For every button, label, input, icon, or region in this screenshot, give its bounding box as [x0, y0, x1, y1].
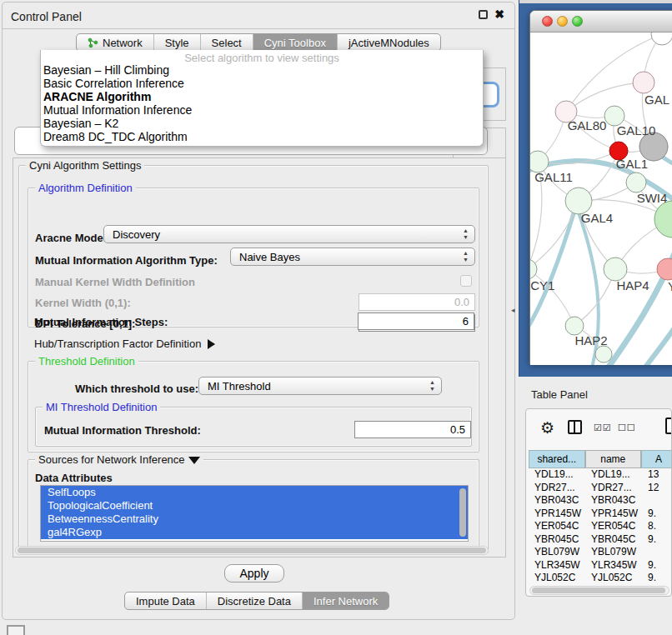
- table-hscrollbar[interactable]: [529, 586, 669, 595]
- cyni-settings-title: Cyni Algorithm Settings: [26, 159, 144, 172]
- tab-jactivemnodules-label: jActiveMNodules: [349, 37, 429, 49]
- node-y-pink[interactable]: [657, 258, 672, 280]
- data-attributes-list[interactable]: SelfLoopsTopologicalCoefficientBetweenne…: [40, 485, 469, 542]
- close-icon[interactable]: ✖: [494, 8, 504, 21]
- tab-style[interactable]: Style: [154, 34, 201, 51]
- node-label: HAP4: [616, 278, 649, 292]
- columns-icon[interactable]: [568, 420, 582, 434]
- table-cell: [642, 546, 672, 559]
- stepper-arrows-icon: ▲▼: [429, 379, 435, 392]
- table-cell: YJL052C: [585, 572, 642, 585]
- select-all-checkboxes-icon[interactable]: ☑☑: [594, 422, 612, 433]
- table-row[interactable]: YBR043CYBR043C: [529, 494, 672, 508]
- threshold-definition-group: Threshold Definition Which threshold to …: [28, 361, 479, 452]
- node-table: shared...nameA YDL19...YDL19...13YDR27..…: [529, 450, 672, 585]
- mi-steps-field[interactable]: 6: [358, 312, 474, 330]
- tab-impute-data[interactable]: Impute Data: [125, 592, 207, 609]
- control-panel-titlebar: Control Panel ✖: [3, 2, 514, 29]
- table-row[interactable]: YER054CYER054C8.: [529, 520, 672, 533]
- node-green-big[interactable]: [654, 201, 672, 238]
- dropdown-item[interactable]: Dream8 DC_TDC Algorithm: [41, 130, 483, 143]
- mi-threshold-field[interactable]: 0.5: [354, 421, 471, 438]
- network-window-titlebar[interactable]: [530, 11, 672, 32]
- manual-kernel-label: Manual Kernel Width Definition: [35, 276, 195, 288]
- network-edge[interactable]: [566, 82, 644, 112]
- table-column-header[interactable]: A: [641, 450, 672, 468]
- control-panel-tabs: Network Style Select Cyni Toolbox jActiv…: [76, 33, 441, 52]
- dropdown-item[interactable]: Bayesian – Hill Climbing: [41, 63, 483, 77]
- table-row[interactable]: YDL19...YDL19...13: [529, 468, 672, 482]
- table-cell: YBR043C: [585, 494, 642, 508]
- node-bottom-partial[interactable]: [595, 346, 612, 362]
- table-row[interactable]: YBL079WYBL079W: [529, 546, 672, 559]
- hub-definition-toggle[interactable]: Hub/Transcription Factor Definition: [34, 338, 215, 350]
- minimized-panel-icon[interactable]: [7, 625, 25, 635]
- tab-cyni-toolbox[interactable]: Cyni Toolbox: [253, 34, 338, 51]
- mi-threshold-definition-title: MI Threshold Definition: [43, 401, 160, 413]
- deselect-all-checkboxes-icon[interactable]: ☐☐: [618, 422, 636, 433]
- float-panel-icon[interactable]: [479, 10, 488, 19]
- stepper-arrows-icon: ▲▼: [463, 228, 469, 241]
- table-cell: YBR045C: [529, 533, 585, 547]
- list-scrollbar-thumb[interactable]: [459, 488, 466, 537]
- zoom-window-icon[interactable]: [572, 16, 583, 27]
- table-cell: YDR27...: [529, 482, 585, 495]
- table-cell: YLR345W: [529, 559, 585, 572]
- table-cell: YBR045C: [585, 533, 642, 547]
- dropdown-item[interactable]: ARACNE Algorithm: [41, 90, 483, 103]
- settings-hscrollbar[interactable]: [15, 546, 489, 555]
- table-row[interactable]: YLR345WYLR345W9.: [529, 559, 672, 572]
- tab-style-label: Style: [165, 37, 189, 49]
- node-pink-top[interactable]: [633, 72, 654, 93]
- table-cell: 13: [642, 468, 672, 482]
- kernel-width-field[interactable]: 0.0: [359, 293, 475, 311]
- which-threshold-label: Which threshold to use:: [75, 382, 198, 395]
- table-row[interactable]: YJL052CYJL052C9.: [529, 572, 672, 585]
- close-window-icon[interactable]: [542, 16, 553, 27]
- aracne-mode-combo[interactable]: Discovery ▲▼: [103, 225, 475, 243]
- table-row[interactable]: YDR27...YDR27...12: [529, 482, 672, 495]
- tab-discretize-data[interactable]: Discretize Data: [207, 592, 303, 609]
- dropdown-item[interactable]: Basic Correlation Inference: [41, 77, 483, 90]
- tab-network[interactable]: Network: [77, 34, 154, 51]
- control-panel: Control Panel ✖ Network Style Select Cyn…: [2, 2, 515, 620]
- minimize-window-icon[interactable]: [557, 16, 568, 27]
- tab-infer-network[interactable]: Infer Network: [303, 592, 389, 609]
- tab-infer-network-label: Infer Network: [313, 595, 378, 608]
- document-icon[interactable]: [665, 418, 672, 434]
- node-label: GCY1: [530, 278, 554, 292]
- tab-select-label: Select: [212, 37, 242, 49]
- which-threshold-combo[interactable]: MI Threshold ▲▼: [198, 377, 442, 395]
- dropdown-item[interactable]: Bayesian – K2: [41, 117, 483, 130]
- network-edge-thick[interactable]: [644, 308, 672, 365]
- table-row[interactable]: YBR045CYBR045C9.: [529, 533, 672, 547]
- tab-jactivemnodules[interactable]: jActiveMNodules: [338, 34, 440, 51]
- table-cell: 8.: [642, 520, 672, 533]
- aracne-mode-label: Aracne Mode:: [35, 232, 107, 244]
- node-label: GAL10: [617, 123, 656, 138]
- manual-kernel-checkbox[interactable]: [460, 275, 472, 287]
- node-hap2[interactable]: [565, 317, 584, 335]
- node-swi4[interactable]: [626, 172, 646, 192]
- node-label: GAL11: [534, 170, 573, 184]
- network-canvas[interactable]: GALGAL80GAL10GAL1GAL11SWI4GAL4GCY1HAP4YH…: [530, 32, 672, 365]
- bottom-tabs: Impute Data Discretize Data Infer Networ…: [124, 592, 389, 610]
- node-top-partial[interactable]: [651, 32, 672, 45]
- apply-button[interactable]: Apply: [224, 564, 284, 582]
- data-attribute-item[interactable]: gal4RGexp: [41, 526, 468, 539]
- mi-type-combo[interactable]: Naive Bayes ▲▼: [230, 248, 475, 266]
- node-hap4[interactable]: [604, 258, 627, 281]
- sources-title[interactable]: Sources for Network Inference: [35, 453, 203, 466]
- table-cell: 9.: [642, 572, 672, 585]
- data-attribute-item[interactable]: SelfLoops: [41, 486, 468, 499]
- table-cell: YPR145W: [529, 508, 585, 521]
- gear-icon[interactable]: ⚙: [540, 418, 554, 438]
- table-column-header[interactable]: shared...: [529, 450, 585, 468]
- dropdown-item[interactable]: Mutual Information Inference: [41, 103, 483, 117]
- data-attribute-item[interactable]: TopologicalCoefficient: [41, 499, 468, 512]
- table-row[interactable]: YPR145WYPR145W9.: [529, 508, 672, 521]
- table-column-header[interactable]: name: [585, 450, 642, 468]
- tab-select[interactable]: Select: [201, 34, 253, 51]
- splitpane-grip[interactable]: ◂: [511, 306, 515, 314]
- data-attribute-item[interactable]: BetweennessCentrality: [41, 512, 468, 526]
